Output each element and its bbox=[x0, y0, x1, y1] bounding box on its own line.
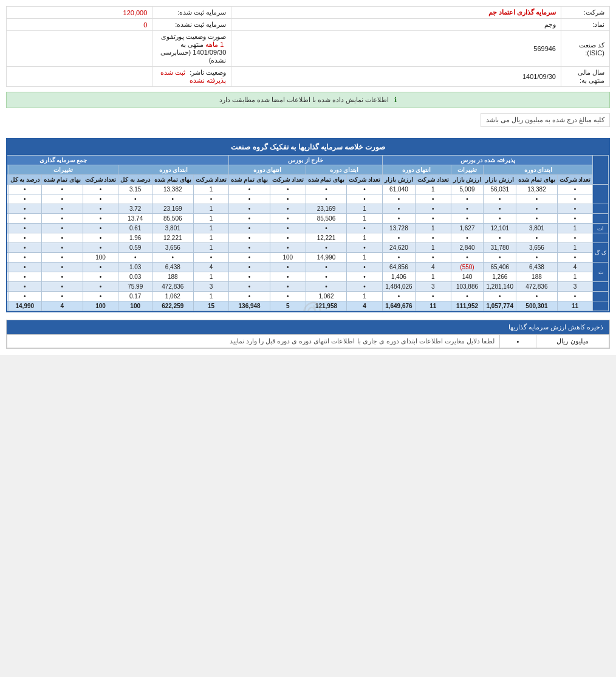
info-icon: ℹ bbox=[394, 96, 397, 103]
outside-end-header: انتهای دوره bbox=[229, 165, 306, 175]
total-changes-header: تغییرات bbox=[8, 165, 118, 175]
outside-start-header: ابتدای دوره bbox=[306, 165, 382, 175]
sector-label-t: ت bbox=[593, 263, 609, 282]
total-label bbox=[593, 301, 609, 311]
table-row: ••• • •• 112,221 •• 112,2211.96 ••• 112,… bbox=[6, 233, 609, 243]
col-tot-start-pct: درصد به کل bbox=[118, 175, 152, 185]
table-row: ••• • •• 114,990 100• ••• 100•• 114,9902… bbox=[6, 253, 609, 263]
table-row: ک گ 13,65631,780 2,840 124,620 •• •• 13,… bbox=[6, 243, 609, 253]
total-row: 11 500,301 1,057,774 111,952 11 1,649,67… bbox=[6, 301, 609, 311]
bottom-col2: • bbox=[500, 335, 536, 348]
isic-value: 569946 bbox=[231, 31, 561, 67]
sector-label-kg: ک گ bbox=[593, 243, 609, 263]
publish-label: وضعیت ناشر: ثبت شده پذیرفته نشده bbox=[152, 67, 231, 87]
bourse-header: پذیرفته شده در بورس bbox=[383, 156, 593, 165]
col-out-end-num: تعداد شرکت bbox=[270, 175, 306, 185]
sector-label-at: ات bbox=[593, 224, 609, 233]
statement-label: صورت وضعیت پورتفوی 1 ماهه منتهی به 1401/… bbox=[152, 31, 231, 67]
col-tot-ch-num: تعداد شرکت bbox=[83, 175, 118, 185]
bottom-note: لطفا دلایل مغایرت اطلاعات ابتدای دوره ی … bbox=[7, 335, 500, 348]
sector-label bbox=[593, 282, 609, 292]
col-bourse-end-num: تعداد شرکت bbox=[415, 175, 451, 185]
bottom-title: ذخیره کاهش ارزش سرمایه گذاریها bbox=[7, 320, 609, 334]
col-tot-ch-val: بهای تمام شده bbox=[42, 175, 83, 185]
col-out-end-val: بهای تمام شده bbox=[229, 175, 270, 185]
total-start-header: ابتدای دوره bbox=[118, 165, 229, 175]
table-row: 11881,266 140 11,406 •• •• 11880.03 ••• … bbox=[6, 272, 609, 282]
col-bourse-start-val: بهای تمام شده bbox=[516, 175, 558, 185]
sector-label bbox=[593, 233, 609, 243]
bourse-changes-header: تغییرات bbox=[451, 165, 484, 175]
col-bourse-ch-mkt: ارزش بازار bbox=[451, 175, 484, 185]
outside-header: خارج از بورس bbox=[229, 156, 383, 165]
total-header: جمع سرمایه گذاری bbox=[6, 156, 229, 165]
info-table: شرکت: سرمایه گذاری اعتماد جم سرمایه ثبت … bbox=[6, 6, 610, 87]
alert-message: ℹ اطلاعات نمایش داده شده با اطلاعات امضا… bbox=[6, 92, 610, 108]
table-row: ات 13,80112,101 1,627 113,728 •• •• 13,8… bbox=[6, 224, 609, 233]
bottom-table: میلیون ریال • لطفا دلایل مغایرت اطلاعات … bbox=[7, 334, 609, 348]
main-title: صورت خلاصه سرمایه گذاریها به تفکیک گروه … bbox=[7, 139, 609, 155]
row-group-header bbox=[593, 156, 609, 185]
table-row: ••• • •• 123,169 •• 123,1693.72 ••• 123,… bbox=[6, 204, 609, 214]
main-container: صورت خلاصه سرمایه گذاریها به تفکیک گروه … bbox=[6, 138, 610, 312]
ticker-label: نماد: bbox=[561, 19, 610, 31]
capital-unregistered-label: سرمایه ثبت نشده: bbox=[152, 19, 231, 31]
company-label: شرکت: bbox=[561, 7, 610, 19]
bourse-end-header: انتهای دوره bbox=[383, 165, 451, 175]
fiscal-value: 1401/09/30 bbox=[231, 67, 561, 87]
bottom-col1: میلیون ریال bbox=[536, 335, 609, 348]
sector-label bbox=[593, 214, 609, 224]
main-data-table: پذیرفته شده در بورس خارج از بورس جمع سرم… bbox=[6, 155, 609, 311]
capital-unregistered-value: 0 bbox=[7, 19, 152, 31]
col-tot-start-num: تعداد شرکت bbox=[193, 175, 229, 185]
capital-registered-label: سرمایه ثبت شده: bbox=[152, 7, 231, 19]
ticker-value: وجم bbox=[231, 19, 561, 31]
col-tot-start-val: بهای تمام شده bbox=[152, 175, 193, 185]
sector-label bbox=[593, 292, 609, 301]
sector-label bbox=[593, 185, 609, 204]
table-row: ••• • •• 185,506 •• 185,50613.74 ••• 185… bbox=[6, 214, 609, 224]
col-bourse-end-mkt: ارزش بازار bbox=[383, 175, 416, 185]
company-value: سرمایه گذاری اعتماد جم bbox=[231, 7, 561, 19]
table-row: ••• • •• •• •• ••• ••• ••• bbox=[6, 194, 609, 204]
capital-registered-value: 120,000 bbox=[7, 7, 152, 19]
col-tot-ch-pct: درصد به کل bbox=[8, 175, 42, 185]
table-row: 3472,8361,281,140 103,886 31,484,026 •• … bbox=[6, 282, 609, 292]
col-out-start-val: بهای تمام شده bbox=[306, 175, 347, 185]
total-end-header: انتهای دوره bbox=[6, 165, 8, 175]
note-text: کلیه مبالغ درج شده به میلیون ریال می باش… bbox=[481, 113, 610, 127]
table-row: ت 46,43865,406 (550) 464,856 •• •• 46,43… bbox=[6, 263, 609, 272]
table-row: •13,38256,031 5,009 161,040 •• •• 113,38… bbox=[6, 185, 609, 194]
fiscal-label: سال مالی منتهی به: bbox=[561, 67, 610, 87]
col-out-start-num: تعداد شرکت bbox=[347, 175, 383, 185]
col-tot-end-num: تعداد شرکت bbox=[6, 175, 8, 185]
isic-label: کد صنعت (ISIC): bbox=[561, 31, 610, 67]
page-wrapper: شرکت: سرمایه گذاری اعتماد جم سرمایه ثبت … bbox=[0, 0, 616, 355]
table-row: ••• • •• 11,062 •• 11,0620.17 ••• 11,062… bbox=[6, 292, 609, 301]
bottom-container: ذخیره کاهش ارزش سرمایه گذاریها میلیون ری… bbox=[6, 320, 610, 349]
bourse-start-header: ابتدای دوره bbox=[484, 165, 593, 175]
col-bourse-start-mkt: ارزش بازار bbox=[484, 175, 516, 185]
col-bourse-start-num: تعداد شرکت bbox=[557, 175, 593, 185]
sector-label bbox=[593, 204, 609, 214]
